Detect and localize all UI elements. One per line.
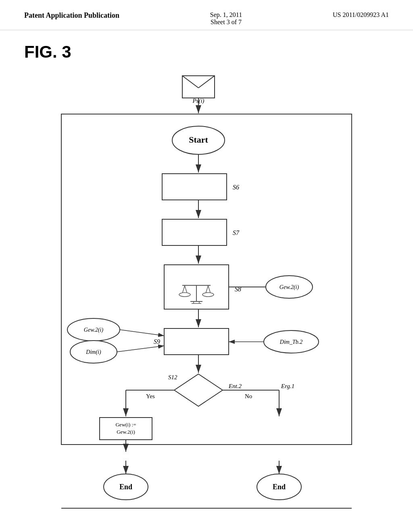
no-label: No xyxy=(245,393,252,399)
figure-label: FIG. 3 xyxy=(24,42,389,62)
flowchart-bottom: End End xyxy=(41,441,372,521)
publication-date: Sep. 1, 2011 xyxy=(210,11,242,19)
sheet-info: Sheet 3 of 7 xyxy=(210,19,242,26)
s12-box-line2: Gew.2(i) xyxy=(117,429,135,435)
publication-title: Patent Application Publication xyxy=(24,11,119,20)
flowchart-diagram: Ps(i) Start S6 S7 xyxy=(41,70,372,453)
erg1-label: Erg.1 xyxy=(281,383,294,389)
gew2i-s8-label: Gew.2(i) xyxy=(280,284,299,291)
gew2i-left-label: Gew.2(i) xyxy=(84,327,104,333)
svg-point-21 xyxy=(202,293,214,297)
svg-rect-9 xyxy=(162,174,227,200)
dimi-label: Dim(i) xyxy=(86,349,101,355)
s7-label: S7 xyxy=(233,229,240,236)
end-right-label: End xyxy=(273,483,286,491)
yes-label: Yes xyxy=(146,393,155,399)
s12-ref-label: S12 xyxy=(168,374,177,380)
header-center: Sep. 1, 2011 Sheet 3 of 7 xyxy=(210,11,242,26)
dimtb2-label: Dim_Tb.2 xyxy=(280,339,302,345)
end-left-label: End xyxy=(119,483,132,491)
svg-rect-11 xyxy=(162,219,227,245)
s12-box-line1: Gew(i) := xyxy=(115,422,136,428)
main-content: FIG. 3 Ps(i) xyxy=(0,30,413,532)
ent2-label: Ent.2 xyxy=(228,383,242,389)
s9-label: S9 xyxy=(154,338,160,345)
svg-rect-29 xyxy=(164,328,229,355)
page-header: Patent Application Publication Sep. 1, 2… xyxy=(0,0,413,30)
start-label: Start xyxy=(189,135,208,145)
s6-label: S6 xyxy=(233,184,239,191)
patent-number: US 2011/0209923 A1 xyxy=(333,11,389,19)
svg-point-18 xyxy=(179,293,190,297)
